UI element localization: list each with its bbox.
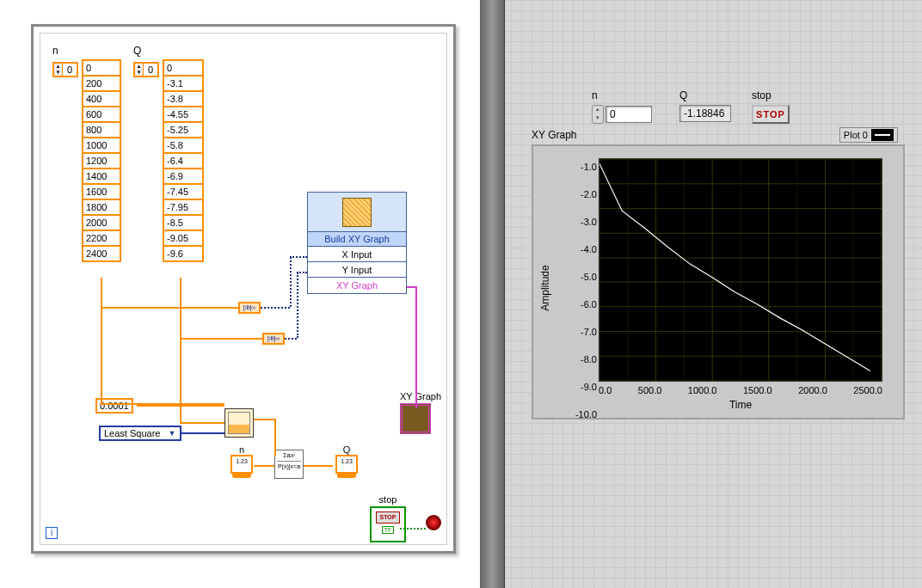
stop-button-terminal[interactable]: stop STOP TF	[364, 494, 412, 542]
q-indicator-terminal[interactable]: Q 1.23	[329, 444, 364, 474]
while-loop-frame: n ▲▼ 0 020040060080010001200140016001800…	[31, 24, 456, 554]
array-q-cell[interactable]: -9.05	[164, 230, 202, 245]
block-diagram-pane: n ▲▼ 0 020040060080010001200140016001800…	[0, 0, 480, 588]
array-q-cells: 0-3.1-3.8-4.55-5.25-5.8-6.4-6.9-7.45-7.9…	[163, 59, 204, 262]
array-n-cell[interactable]: 800	[83, 121, 120, 137]
array-control-q[interactable]: Q ▲▼ 0 0-3.1-3.8-4.55-5.25-5.8-6.4-6.9-7…	[133, 59, 159, 77]
build-xy-graph-icon	[342, 198, 372, 227]
array-control-n[interactable]: n ▲▼ 0 020040060080010001200140016001800…	[52, 59, 78, 77]
array-n-cell[interactable]: 2200	[83, 230, 120, 245]
array-n-cell[interactable]: 1000	[83, 137, 120, 152]
build-xy-graph-node[interactable]: Build XY Graph X Input Y Input XY Graph	[307, 192, 407, 294]
x-axis-ticks: 0.0500.01000.01500.02000.02500.0	[599, 385, 882, 395]
loop-stop-condition[interactable]	[426, 515, 441, 530]
xy-graph-term-label: XY Graph	[400, 391, 441, 401]
array-q-cell[interactable]: -5.25	[164, 121, 202, 137]
fp-q-indicator: Q -1.18846	[679, 89, 731, 122]
array-n-cell[interactable]: 1200	[83, 152, 120, 168]
y-axis-ticks: -1.0-2.0-3.0-4.0-5.0-6.0-7.0-8.0-9.0-10.…	[545, 162, 597, 414]
array-q-cell[interactable]: -9.6	[164, 245, 202, 260]
front-panel-pane: n ▴▾ 0 Q -1.18846 stop STOP XY Graph Plo…	[480, 0, 922, 588]
q-terminal-label: Q	[329, 444, 364, 455]
array-n-cell[interactable]: 2400	[83, 245, 120, 260]
fp-stop-label: stop	[752, 89, 790, 101]
array-n-cell[interactable]: 1800	[83, 199, 120, 214]
loop-iteration-terminal[interactable]: i	[46, 527, 58, 539]
array-q-cell[interactable]: -7.95	[164, 199, 202, 214]
xy-graph-legend[interactable]: Plot 0	[839, 127, 898, 143]
array-n-cell[interactable]: 1600	[83, 183, 120, 199]
build-xy-output[interactable]: XY Graph	[308, 278, 406, 293]
chevron-down-icon: ▼	[168, 429, 176, 438]
array-n-cell[interactable]: 2000	[83, 214, 120, 230]
curve-fit-vi-icon[interactable]	[224, 408, 254, 438]
array-q-cell[interactable]: -6.9	[164, 168, 202, 183]
n-control-terminal[interactable]: n 1.23	[224, 444, 259, 474]
plot-wrap: -1.0-2.0-3.0-4.0-5.0-6.0-7.0-8.0-9.0-10.…	[540, 158, 893, 411]
array-n-cell[interactable]: 1400	[83, 168, 120, 183]
xy-graph-title: XY Graph	[532, 129, 576, 141]
build-xy-x-input[interactable]: X Input	[308, 247, 406, 262]
array-q-cell[interactable]: -3.1	[164, 75, 202, 90]
while-loop-inner: n ▲▼ 0 020040060080010001200140016001800…	[40, 33, 447, 545]
build-xy-y-input[interactable]: Y Input	[308, 262, 406, 278]
array-n-cell[interactable]: 200	[83, 75, 120, 90]
conversion-node-x[interactable]: [db]∞	[238, 302, 261, 314]
x-axis-label: Time	[599, 399, 882, 411]
array-n-cell[interactable]: 600	[83, 106, 120, 121]
method-combobox[interactable]: Least Square ▼	[99, 426, 181, 441]
array-q-cell[interactable]: -6.4	[164, 152, 202, 168]
array-q-index[interactable]: ▲▼ 0	[133, 62, 159, 77]
array-n-cells: 0200400600800100012001400160018002000220…	[82, 59, 121, 262]
fp-n-label: n	[592, 89, 652, 101]
plot-area[interactable]	[599, 158, 882, 382]
n-terminal-label: n	[224, 444, 259, 455]
build-xy-title: Build XY Graph	[308, 232, 406, 247]
stop-terminal-label: stop	[364, 494, 412, 505]
array-n-index[interactable]: ▲▼ 0	[52, 62, 78, 77]
legend-line-sample	[871, 129, 894, 141]
array-q-cell[interactable]: 0	[164, 59, 202, 75]
method-value: Least Square	[104, 428, 168, 438]
fp-stop-button[interactable]: stop STOP	[752, 89, 790, 124]
array-n-label: n	[52, 45, 58, 57]
array-q-cell[interactable]: -5.8	[164, 137, 202, 152]
array-q-cell[interactable]: -8.5	[164, 214, 202, 230]
array-q-cell[interactable]: -7.45	[164, 183, 202, 199]
array-n-cell[interactable]: 400	[83, 90, 120, 106]
fp-n-control[interactable]: n ▴▾ 0	[592, 89, 652, 124]
array-n-cell[interactable]: 0	[83, 59, 120, 75]
polynomial-eval-node[interactable]: Σaᵢxⁱ P(x)|x=a	[274, 450, 304, 479]
conversion-node-y[interactable]: [db]∞	[262, 333, 285, 345]
xy-graph-indicator[interactable]: XY Graph Plot 0 Amplitude -1.0-2.0-3.0-4…	[532, 144, 905, 420]
array-q-cell[interactable]: -3.8	[164, 90, 202, 106]
array-q-label: Q	[133, 45, 141, 57]
array-q-cell[interactable]: -4.55	[164, 106, 202, 121]
fp-q-label: Q	[679, 89, 731, 101]
xy-graph-indicator-terminal[interactable]: XY Graph	[400, 391, 441, 434]
